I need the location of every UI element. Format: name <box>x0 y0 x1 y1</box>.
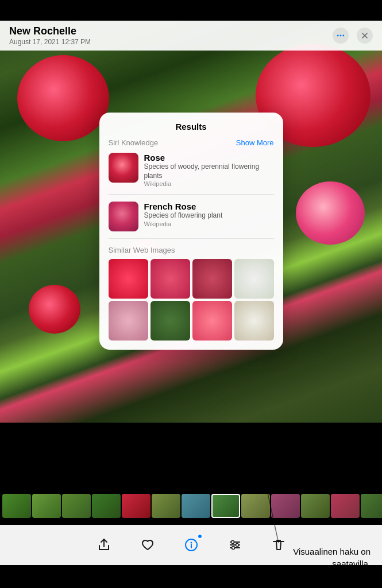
similar-images-grid <box>109 259 274 341</box>
siri-knowledge-header: Siri Knowledge Show More <box>109 138 274 147</box>
callout-container: Visuaalinen haku on saatavilla. <box>293 471 371 570</box>
favorite-button[interactable] <box>137 535 158 555</box>
rose-description: Species of woody, perennial flowering pl… <box>144 163 274 180</box>
rose-source: Wikipedia <box>144 180 274 187</box>
share-button[interactable] <box>94 535 114 555</box>
french-rose-result-text: French Rose Species of flowering plant W… <box>144 202 223 227</box>
similar-image-2[interactable] <box>151 259 190 299</box>
status-day: Mon Jun 10 <box>42 6 81 15</box>
battery-icon <box>359 7 372 14</box>
home-indicator <box>154 581 229 583</box>
rose-thumbnail <box>109 153 138 183</box>
photo-header: New Rochelle August 17, 2021 12:37 PM <box>0 21 382 51</box>
siri-knowledge-label: Siri Knowledge <box>109 138 159 147</box>
show-more-button[interactable]: Show More <box>236 138 274 147</box>
french-rose-result-item[interactable]: French Rose Species of flowering plant W… <box>109 202 274 231</box>
similar-image-1[interactable] <box>109 259 148 299</box>
strip-thumb-2[interactable] <box>32 494 61 518</box>
strip-thumb-7[interactable] <box>182 494 210 518</box>
status-bar: 9:41 AM Mon Jun 10 100% <box>0 0 382 21</box>
divider-2 <box>109 238 274 239</box>
similar-image-6[interactable] <box>151 301 190 341</box>
svg-point-11 <box>263 475 266 479</box>
visual-lookup-indicator <box>197 533 203 539</box>
rose-result-text: Rose Species of woody, perennial floweri… <box>144 153 274 187</box>
french-rose-source: Wikipedia <box>144 220 223 227</box>
visual-lookup-button[interactable] <box>181 535 202 555</box>
strip-thumb-3[interactable] <box>62 494 91 518</box>
strip-thumb-4[interactable] <box>92 494 121 518</box>
svg-line-10 <box>264 477 279 543</box>
similar-image-4[interactable] <box>234 259 274 299</box>
strip-thumb-5[interactable] <box>122 494 151 518</box>
results-panel: Results Siri Knowledge Show More Rose Sp… <box>99 113 283 350</box>
french-rose-name: French Rose <box>144 202 223 211</box>
similar-images-label: Similar Web Images <box>109 246 274 254</box>
svg-point-6 <box>190 542 192 544</box>
close-button[interactable] <box>357 28 373 44</box>
drag-indicator <box>186 6 196 8</box>
divider-1 <box>109 194 274 195</box>
callout-line2: saatavilla. <box>293 558 371 570</box>
photo-subtitle: August 17, 2021 12:37 PM <box>9 38 91 46</box>
strip-thumb-1[interactable] <box>2 494 31 518</box>
french-rose-description: Species of flowering plant <box>144 211 223 220</box>
battery-text: 100% <box>338 6 356 14</box>
svg-point-3 <box>340 35 342 37</box>
similar-image-5[interactable] <box>109 301 148 341</box>
callout-text: Visuaalinen haku on saatavilla. <box>293 546 371 570</box>
french-rose-thumbnail <box>109 202 138 231</box>
wifi-icon <box>325 7 334 14</box>
status-time: 9:41 AM <box>10 6 38 15</box>
rose-result-item[interactable]: Rose Species of woody, perennial floweri… <box>109 153 274 187</box>
more-options-button[interactable] <box>333 28 349 44</box>
photo-title: New Rochelle <box>9 25 91 38</box>
svg-point-4 <box>342 35 344 37</box>
callout-arrow <box>233 474 325 549</box>
similar-image-7[interactable] <box>192 301 232 341</box>
svg-rect-1 <box>360 8 369 13</box>
similar-image-8[interactable] <box>234 301 274 341</box>
results-title: Results <box>109 122 274 131</box>
similar-image-3[interactable] <box>192 259 232 299</box>
strip-thumb-6[interactable] <box>152 494 180 518</box>
svg-point-2 <box>337 35 339 37</box>
rose-name: Rose <box>144 153 274 163</box>
